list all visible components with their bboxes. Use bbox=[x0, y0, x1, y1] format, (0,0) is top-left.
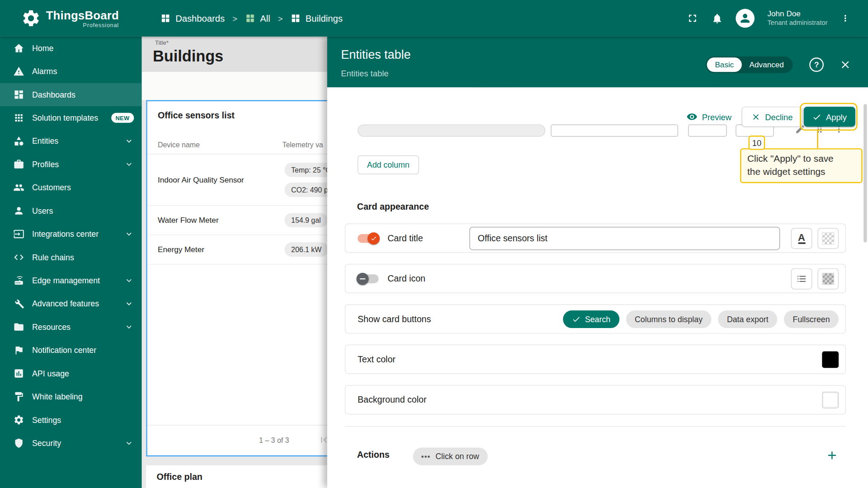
show-card-buttons-row: Show card buttons Search Columns to disp… bbox=[345, 304, 846, 333]
callout-connector bbox=[817, 131, 818, 148]
category-icon bbox=[13, 136, 24, 146]
background-color-swatch[interactable] bbox=[822, 391, 839, 408]
chevron-down-icon bbox=[124, 136, 134, 146]
gear-icon bbox=[13, 414, 24, 425]
sidebar-item-settings[interactable]: Settings bbox=[0, 408, 142, 432]
sidebar-item-integrations-center[interactable]: Integrations center bbox=[0, 222, 142, 245]
nav-label: Home bbox=[32, 44, 53, 53]
close-icon[interactable] bbox=[839, 59, 851, 71]
preview-button[interactable]: Preview bbox=[686, 107, 731, 127]
input-icon bbox=[13, 229, 24, 239]
title-font-style-button[interactable]: A bbox=[791, 228, 812, 249]
sidebar-item-api-usage[interactable]: API usage bbox=[0, 362, 142, 385]
briefcase-icon bbox=[13, 159, 24, 169]
plus-icon bbox=[826, 448, 839, 461]
topbar-actions: John Doe Tenant administrator bbox=[687, 9, 868, 28]
telemetry-chip: 206.1 kW bbox=[284, 242, 328, 257]
column-label-field[interactable] bbox=[551, 125, 678, 137]
top-bar: ThingsBoard Professional Dashboards > Al… bbox=[0, 0, 868, 37]
card-title-toggle[interactable] bbox=[358, 234, 379, 243]
title-color-button[interactable] bbox=[818, 228, 839, 249]
sidebar-item-white-labeling[interactable]: White labeling bbox=[0, 385, 142, 408]
nav-label: Rule chains bbox=[32, 253, 74, 262]
chip-data-export[interactable]: Data export bbox=[718, 310, 777, 328]
brand-name: ThingsBoard bbox=[46, 9, 119, 21]
card-title-row: Card title A bbox=[345, 224, 846, 253]
notifications-bell-icon[interactable] bbox=[712, 13, 723, 24]
sidebar-item-profiles[interactable]: Profiles bbox=[0, 153, 142, 176]
user-menu[interactable]: John Doe Tenant administrator bbox=[767, 9, 827, 28]
panel-scrollbar[interactable] bbox=[863, 104, 867, 242]
person-icon bbox=[739, 12, 752, 25]
text-color-swatch[interactable] bbox=[822, 351, 839, 368]
tutorial-callout: Click "Apply" to save the widget setting… bbox=[740, 148, 863, 183]
toggle-basic[interactable]: Basic bbox=[707, 57, 741, 72]
help-button[interactable]: ? bbox=[809, 57, 824, 72]
apply-button[interactable]: Apply bbox=[804, 107, 855, 127]
decline-label: Decline bbox=[765, 112, 793, 122]
sidebar-item-alarms[interactable]: Alarms bbox=[0, 60, 142, 83]
sidebar-item-users[interactable]: Users bbox=[0, 199, 142, 222]
device-name: Indoor Air Quality Sensor bbox=[158, 175, 244, 184]
dashboard-grid-icon bbox=[291, 13, 301, 23]
eye-icon bbox=[686, 111, 697, 122]
breadcrumb-dashboards[interactable]: Dashboards bbox=[160, 13, 225, 23]
sidebar-item-notification-center[interactable]: Notification center bbox=[0, 338, 142, 361]
icon-picker-button[interactable] bbox=[791, 268, 812, 289]
sidebar-item-solution-templates[interactable]: Solution templatesNEW bbox=[0, 106, 142, 129]
breadcrumb-label: All bbox=[260, 13, 270, 23]
chip-search[interactable]: Search bbox=[563, 310, 619, 328]
add-column-button[interactable]: Add column bbox=[358, 155, 419, 174]
nav-label: Edge management bbox=[32, 276, 100, 285]
action-click-on-row-chip[interactable]: ••• Click on row bbox=[413, 448, 487, 465]
card-appearance-heading: Card appearance bbox=[357, 202, 429, 212]
decline-button[interactable]: Decline bbox=[742, 107, 802, 127]
tutorial-step-badge: 10 bbox=[749, 136, 765, 150]
folder-icon bbox=[13, 321, 24, 332]
sidebar-item-home[interactable]: Home bbox=[0, 37, 142, 60]
sidebar-item-customers[interactable]: Customers bbox=[0, 176, 142, 199]
router-icon bbox=[13, 275, 24, 286]
widget-title: Office plan bbox=[157, 472, 203, 482]
breadcrumb-all[interactable]: All bbox=[245, 13, 270, 23]
fullscreen-icon[interactable] bbox=[687, 12, 699, 24]
sidebar-item-rule-chains[interactable]: Rule chains bbox=[0, 246, 142, 269]
home-icon bbox=[13, 42, 24, 53]
new-badge: NEW bbox=[111, 113, 134, 123]
brand-logo[interactable]: ThingsBoard Professional bbox=[0, 8, 142, 28]
breadcrumb-buildings[interactable]: Buildings bbox=[291, 13, 343, 23]
card-title-input[interactable] bbox=[469, 226, 780, 249]
sidebar-item-edge-management[interactable]: Edge management bbox=[0, 269, 142, 292]
chip-columns-to-display[interactable]: Columns to display bbox=[626, 310, 711, 328]
sidebar: Home Alarms Dashboards Solution template… bbox=[0, 37, 142, 488]
more-vert-icon[interactable] bbox=[840, 13, 850, 23]
flag-icon bbox=[13, 345, 24, 356]
background-color-label: Background color bbox=[358, 395, 426, 405]
nav-label: Advanced features bbox=[32, 299, 99, 308]
add-action-button[interactable] bbox=[824, 448, 840, 465]
sidebar-item-entities[interactable]: Entities bbox=[0, 130, 142, 153]
chip-fullscreen[interactable]: Fullscreen bbox=[784, 310, 839, 328]
group-grid-icon bbox=[245, 13, 255, 23]
dashboards-grid-icon bbox=[160, 13, 170, 23]
nav-label: Notification center bbox=[32, 346, 96, 355]
callout-line2: the widget settings bbox=[747, 165, 855, 178]
card-icon-toggle[interactable] bbox=[358, 274, 379, 283]
telemetry-chip: 154.9 gal bbox=[284, 213, 327, 227]
nav-label: Settings bbox=[32, 416, 61, 425]
chip-label: Fullscreen bbox=[793, 314, 830, 324]
basic-advanced-toggle: Basic Advanced bbox=[706, 56, 793, 73]
sidebar-item-advanced-features[interactable]: Advanced features bbox=[0, 292, 142, 315]
sidebar-item-security[interactable]: Security bbox=[0, 432, 142, 455]
nav-label: Customers bbox=[32, 183, 71, 192]
actions-heading: Actions bbox=[357, 450, 390, 460]
sidebar-item-resources[interactable]: Resources bbox=[0, 315, 142, 338]
column-device-name: Device name bbox=[158, 141, 200, 149]
toggle-advanced[interactable]: Advanced bbox=[741, 57, 792, 72]
sidebar-item-dashboards[interactable]: Dashboards bbox=[0, 83, 142, 106]
column-key-field[interactable] bbox=[358, 125, 545, 137]
user-role: Tenant administrator bbox=[767, 18, 827, 28]
icon-color-button[interactable] bbox=[818, 268, 839, 289]
panel-body: Preview Decline Apply 10 Click "Apply" t… bbox=[327, 87, 868, 488]
avatar[interactable] bbox=[736, 9, 755, 28]
